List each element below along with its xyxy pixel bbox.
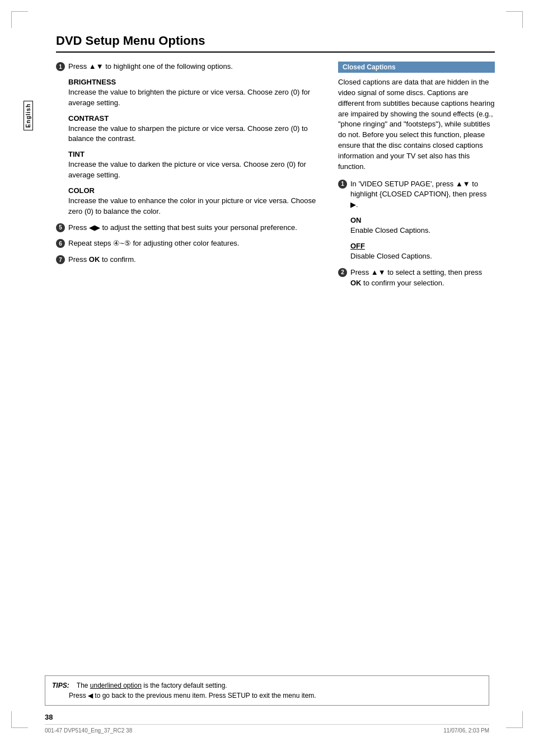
cc-step-number-2: 2: [338, 268, 347, 277]
main-content: 1 Press ▲▼ to highlight one of the follo…: [56, 62, 495, 294]
cc-step-2: 2 Press ▲▼ to select a setting, then pre…: [338, 267, 495, 289]
corner-mark-br: [506, 711, 523, 728]
tips-line2: Press ◀ to go back to the previous menu …: [69, 692, 316, 699]
off-text: Disable Closed Captions.: [350, 251, 495, 262]
contrast-title: CONTRAST: [68, 114, 321, 123]
step-number-6: 6: [56, 239, 65, 248]
on-title: ON: [350, 216, 495, 224]
step-6: 6 Repeat steps ④~⑤ for adjusting other c…: [56, 238, 321, 249]
step-5-text: Press ◀▶ to adjust the setting that best…: [68, 223, 297, 233]
tint-text: Increase the value to darken the picture…: [68, 159, 321, 181]
step-6-text: Repeat steps ④~⑤ for adjusting other col…: [68, 238, 239, 249]
contrast-section: CONTRAST Increase the value to sharpen t…: [68, 114, 321, 145]
sidebar-language-label: English: [24, 101, 33, 130]
tint-section: TINT Increase the value to darken the pi…: [68, 150, 321, 181]
step-number-7: 7: [56, 255, 65, 264]
page-title: DVD Setup Menu Options: [56, 34, 495, 53]
step-5: 5 Press ◀▶ to adjust the setting that be…: [56, 223, 321, 233]
off-section: OFF Disable Closed Captions.: [350, 242, 495, 262]
color-section: COLOR Increase the value to enhance the …: [68, 186, 321, 217]
brightness-text: Increase the value to brighten the pictu…: [68, 87, 321, 109]
cc-step-number-1: 1: [338, 180, 347, 189]
step-1-text: Press ▲▼ to highlight one of the followi…: [68, 62, 233, 72]
tips-box: TIPS: The underlined option is the facto…: [45, 675, 489, 706]
tips-line1: The underlined option is the factory def…: [77, 682, 227, 689]
left-column: 1 Press ▲▼ to highlight one of the follo…: [56, 62, 321, 294]
right-column: Closed Captions Closed captions are data…: [338, 62, 495, 294]
step-7-text: Press OK to confirm.: [68, 255, 136, 265]
cc-step-2-text: Press ▲▼ to select a setting, then press…: [350, 267, 495, 289]
step-1: 1 Press ▲▼ to highlight one of the follo…: [56, 62, 321, 72]
step-number-5: 5: [56, 223, 65, 232]
corner-mark-tl: [11, 11, 28, 28]
on-text: Enable Closed Captions.: [350, 226, 495, 236]
corner-mark-tr: [506, 11, 523, 28]
page-container: English DVD Setup Menu Options 1 Press ▲…: [0, 0, 534, 756]
closed-captions-header: Closed Captions: [338, 62, 495, 73]
step-7: 7 Press OK to confirm.: [56, 255, 321, 265]
tips-label: TIPS:: [52, 682, 69, 689]
color-title: COLOR: [68, 186, 321, 195]
tint-title: TINT: [68, 150, 321, 158]
brightness-section: BRIGHTNESS Increase the value to brighte…: [68, 78, 321, 109]
brightness-title: BRIGHTNESS: [68, 78, 321, 86]
tips-underline-option: underlined option: [90, 682, 142, 689]
cc-step-1-text: In 'VIDEO SETUP PAGE', press ▲▼ to highl…: [350, 179, 495, 211]
off-title: OFF: [350, 242, 495, 250]
cc-intro-text: Closed captions are data that are hidden…: [338, 77, 495, 172]
on-section: ON Enable Closed Captions.: [350, 216, 495, 236]
footer-left: 001-47 DVP5140_Eng_37_RC2 38: [45, 727, 132, 734]
step-number-1: 1: [56, 62, 65, 71]
contrast-text: Increase the value to sharpen the pictur…: [68, 124, 321, 145]
corner-mark-bl: [11, 711, 28, 728]
footer-meta: 001-47 DVP5140_Eng_37_RC2 38 11/07/06, 2…: [45, 724, 489, 734]
cc-step-1: 1 In 'VIDEO SETUP PAGE', press ▲▼ to hig…: [338, 179, 495, 211]
page-number: 38: [45, 713, 53, 721]
color-text: Increase the value to enhance the color …: [68, 196, 321, 217]
footer-right: 11/07/06, 2:03 PM: [443, 727, 489, 734]
